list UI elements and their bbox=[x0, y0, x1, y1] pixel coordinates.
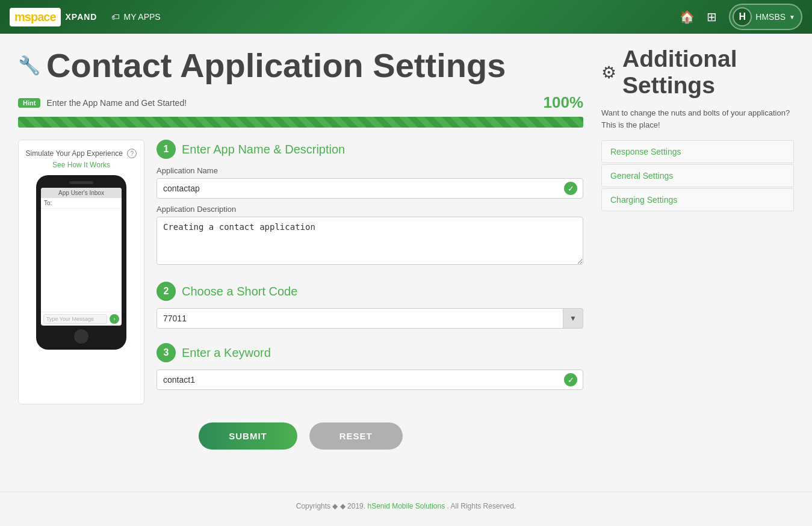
step1-title: Enter App Name & Description bbox=[182, 143, 345, 156]
keyword-input[interactable] bbox=[157, 370, 583, 390]
simulator-box: Simulate Your App Experience ? See How I… bbox=[18, 140, 144, 404]
form-area: 1 Enter App Name & Description Applicati… bbox=[157, 140, 583, 404]
caret-icon: ▼ bbox=[789, 14, 795, 20]
step2-section: 2 Choose a Short Code 77011 77022 77033 … bbox=[157, 282, 583, 329]
left-panel: 🔧 Contact Application Settings Hint Ente… bbox=[18, 46, 583, 468]
reset-button[interactable]: RESET bbox=[309, 422, 403, 450]
progress-bar-fill bbox=[18, 117, 583, 128]
logo-space: space bbox=[25, 10, 56, 23]
step3-circle: 3 bbox=[157, 343, 176, 362]
buttons-row: SUBMIT RESET bbox=[18, 422, 583, 450]
footer-text-after: . All Rights Reserved. bbox=[447, 502, 516, 510]
phone-type-input[interactable]: Type Your Message bbox=[43, 314, 107, 324]
simulator-link[interactable]: See How It Works bbox=[52, 161, 110, 169]
shortcode-select-wrap: 77011 77022 77033 ▼ bbox=[157, 308, 583, 329]
page-title-row: 🔧 Contact Application Settings bbox=[18, 46, 583, 85]
brand-logo[interactable]: mspace XPAND bbox=[10, 8, 97, 26]
tag-icon: 🏷 bbox=[111, 12, 120, 22]
step2-circle: 2 bbox=[157, 282, 176, 301]
navbar: mspace XPAND 🏷 MY APPS 🏠 ⊞ H HMSBS ▼ bbox=[0, 0, 812, 34]
myapps-label: MY APPS bbox=[123, 12, 160, 22]
avatar: H bbox=[733, 7, 752, 26]
phone-to-line: To: bbox=[41, 198, 122, 209]
keyword-wrap: ✓ bbox=[157, 370, 583, 390]
step2-header: 2 Choose a Short Code bbox=[157, 282, 583, 301]
simulator-title: Simulate Your App Experience ? bbox=[26, 149, 137, 158]
phone-body: App User's Inbox To: Type Your Message › bbox=[36, 175, 126, 350]
phone-type-row: Type Your Message › bbox=[41, 312, 122, 326]
app-name-wrap: ✓ bbox=[157, 178, 583, 199]
right-panel: ⚙ Additional Settings Want to change the… bbox=[601, 46, 794, 468]
keyword-check-icon: ✓ bbox=[564, 373, 577, 386]
phone-message-area bbox=[41, 209, 122, 312]
app-desc-label: Application Description bbox=[157, 205, 583, 214]
user-name-label: HMSBS bbox=[755, 12, 786, 22]
progress-percent: 100% bbox=[544, 93, 584, 112]
phone-home-btn bbox=[74, 329, 88, 344]
wrench-icon: 🔧 bbox=[18, 55, 40, 76]
home-button[interactable]: 🏠 bbox=[680, 10, 695, 24]
app-name-check-icon: ✓ bbox=[564, 182, 577, 195]
step3-header: 3 Enter a Keyword bbox=[157, 343, 583, 362]
shortcode-select[interactable]: 77011 77022 77033 bbox=[157, 308, 583, 329]
additional-settings-title-row: ⚙ Additional Settings bbox=[601, 46, 794, 99]
footer-text-before: Copyrights ◆ ◆ 2019. bbox=[296, 502, 365, 510]
logo-box: mspace bbox=[10, 8, 61, 26]
step1-circle: 1 bbox=[157, 140, 176, 159]
footer: Copyrights ◆ ◆ 2019. hSenid Mobile Solut… bbox=[0, 492, 812, 520]
form-simulator-row: Simulate Your App Experience ? See How I… bbox=[18, 140, 583, 404]
app-desc-textarea[interactable]: Creating a contact application bbox=[157, 217, 583, 265]
phone-send-btn[interactable]: › bbox=[110, 314, 119, 324]
phone-inbox-bar: App User's Inbox bbox=[41, 188, 122, 198]
step1-header: 1 Enter App Name & Description bbox=[157, 140, 583, 159]
step1-section: 1 Enter App Name & Description Applicati… bbox=[157, 140, 583, 267]
logo-m: m bbox=[14, 10, 25, 23]
user-menu-button[interactable]: H HMSBS ▼ bbox=[729, 4, 802, 30]
gear-icon: ⚙ bbox=[601, 63, 616, 82]
general-settings-item[interactable]: General Settings bbox=[601, 164, 794, 187]
phone-speaker bbox=[69, 181, 93, 184]
myapps-nav[interactable]: 🏷 MY APPS bbox=[111, 12, 160, 22]
progress-bar bbox=[18, 117, 583, 128]
submit-button[interactable]: SUBMIT bbox=[199, 422, 297, 450]
main-content: 🔧 Contact Application Settings Hint Ente… bbox=[0, 34, 812, 480]
footer-link[interactable]: hSenid Mobile Solutions bbox=[367, 502, 445, 510]
charging-settings-item[interactable]: Charging Settings bbox=[601, 188, 794, 211]
app-name-input[interactable] bbox=[157, 178, 583, 199]
page-title: Contact Application Settings bbox=[46, 46, 506, 85]
hint-text: Enter the App Name and Get Started! bbox=[46, 98, 187, 108]
phone-screen: App User's Inbox To: Type Your Message › bbox=[41, 188, 122, 326]
step3-title: Enter a Keyword bbox=[182, 346, 271, 360]
hint-bar: Hint Enter the App Name and Get Started!… bbox=[18, 93, 583, 112]
response-settings-item[interactable]: Response Settings bbox=[601, 140, 794, 163]
step3-section: 3 Enter a Keyword ✓ bbox=[157, 343, 583, 390]
grid-button[interactable]: ⊞ bbox=[707, 10, 717, 24]
xpand-label: XPAND bbox=[66, 12, 98, 22]
additional-settings-title: Additional Settings bbox=[622, 46, 794, 99]
additional-settings-desc: Want to change the nuts and bolts of you… bbox=[601, 107, 794, 131]
navbar-right: 🏠 ⊞ H HMSBS ▼ bbox=[680, 4, 802, 30]
info-icon[interactable]: ? bbox=[127, 149, 137, 158]
app-name-label: Application Name bbox=[157, 166, 583, 175]
step2-title: Choose a Short Code bbox=[182, 285, 297, 299]
hint-badge: Hint bbox=[18, 98, 40, 108]
